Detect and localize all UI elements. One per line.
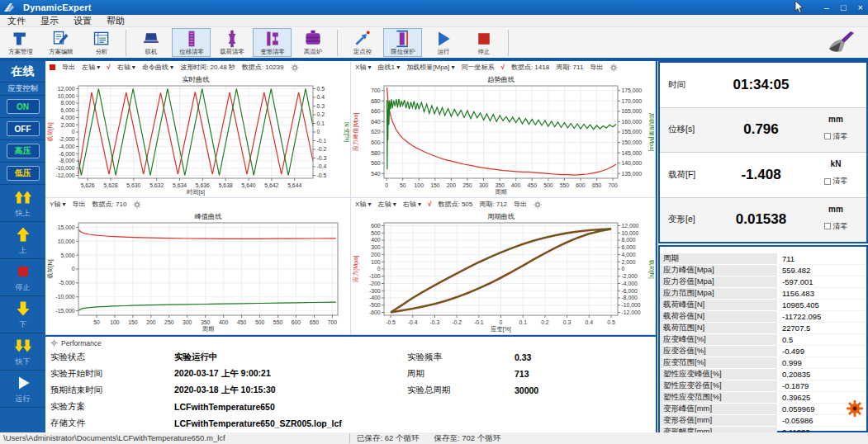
chart-header-item[interactable]: 周期: 711 <box>556 63 583 72</box>
chart-header-item[interactable]: 导出 <box>514 200 527 209</box>
result-label: 应力谷值[Mpa] <box>660 276 777 288</box>
toolbar-button-limit-protect[interactable]: 限位保护 <box>383 28 422 57</box>
chart-header-item[interactable]: 波形时间: 20.48 秒 <box>180 63 235 72</box>
zero-checkbox[interactable]: 清零 <box>812 131 860 142</box>
chart-header-item[interactable]: 数据点: 10239 <box>242 63 284 72</box>
maximize-button[interactable]: □ <box>841 0 847 15</box>
chart-header-item[interactable]: X轴 ▾ <box>355 63 372 72</box>
settings-gear-icon[interactable] <box>846 399 864 418</box>
result-label: 塑性应变峰值[%] <box>660 369 777 380</box>
fast-down-button[interactable]: 快下 <box>0 333 45 371</box>
toolbar-button-label: 运行 <box>437 48 449 54</box>
checked-mark[interactable]: √ <box>107 64 110 71</box>
low-pressure-button[interactable]: 低压 <box>7 166 40 181</box>
performance-row-value: 0.33 <box>515 352 531 362</box>
checkbox-icon[interactable] <box>824 178 831 185</box>
svg-text:175,000: 175,000 <box>622 87 643 93</box>
result-label: 塑性应变谷值[%] <box>660 380 777 392</box>
toolbar-button-connect[interactable]: 联机 <box>131 28 170 57</box>
chart-header-item[interactable]: 曲线1 ▾ <box>378 63 401 72</box>
svg-text:145,000: 145,000 <box>622 150 643 156</box>
performance-row: 实验开始时间2020-03-17 上午 9:00:21 <box>50 366 407 382</box>
result-row: 载荷范围[N]22707.5 <box>660 323 866 334</box>
checkbox-icon[interactable] <box>824 223 831 229</box>
svg-text:12,000: 12,000 <box>622 223 639 229</box>
fast-up-button[interactable]: 快上 <box>0 185 45 222</box>
chart-header-item[interactable]: 导出 <box>62 63 75 72</box>
toolbar-button-plan-edit[interactable]: 方案编辑 <box>41 28 80 57</box>
svg-text:-4,000: -4,000 <box>59 144 74 149</box>
off-button[interactable]: OFF <box>7 121 40 136</box>
menu-item-file[interactable]: 文件 <box>0 15 33 27</box>
checkbox-icon[interactable] <box>824 133 831 139</box>
toolbar-button-analyze[interactable]: 分析 <box>82 28 121 57</box>
chart-header-item[interactable]: 右轴 ▾ <box>403 200 421 209</box>
chart-header-item[interactable]: 数据点: 710 <box>92 200 127 209</box>
checked-mark[interactable]: √ <box>501 64 505 71</box>
toolbar: 方案管理方案编辑分析联机位移清零载荷清零变形清零高温炉定点控限位保护运行停止 <box>0 27 868 58</box>
chart-header-item[interactable]: 加载模量[Mpa] ▾ <box>406 63 454 72</box>
down-button[interactable]: 下 <box>0 296 45 333</box>
performance-row: 预期结束时间2020-03-18 上午 10:15:30 <box>50 382 407 399</box>
svg-text:350: 350 <box>201 319 211 325</box>
toolbar-button-deform-zero[interactable]: 变形清零 <box>253 28 292 57</box>
peak-curve-plot: 5010015020025030035040045050055060065070… <box>45 210 349 333</box>
svg-text:0.4: 0.4 <box>586 319 594 325</box>
result-label: 应变谷值[%] <box>660 346 777 357</box>
trend-curve-panel: X轴 ▾曲线1 ▾加载模量[Mpa] ▾同一坐标系√数据点: 1418周期: 7… <box>351 61 656 198</box>
toolbar-button-stop[interactable]: 停止 <box>464 28 503 57</box>
chart-header-item[interactable]: 左轴 ▾ <box>82 63 100 72</box>
toolbar-button-disp-zero[interactable]: 位移清零 <box>172 28 211 57</box>
checked-mark[interactable]: √ <box>428 201 431 208</box>
zero-checkbox[interactable]: 清零 <box>812 221 860 232</box>
minimize-button[interactable]: – <box>824 0 829 15</box>
chart-header-item[interactable]: X轴 ▾ <box>355 200 372 209</box>
jog-label: 下 <box>19 319 26 330</box>
on-button[interactable]: ON <box>7 99 40 114</box>
high-pressure-button[interactable]: 高压 <box>7 144 40 158</box>
cycle-curve-header: X轴 ▾左轴 ▾右轴 ▾√数据点: 505周期: 712导出 <box>351 198 655 210</box>
svg-text:0.2: 0.2 <box>541 319 549 325</box>
chart-header-item[interactable]: 同一坐标系 <box>462 63 495 72</box>
toolbar-button-load-zero[interactable]: 载荷清零 <box>212 28 251 57</box>
chart-header-item[interactable]: 右轴 ▾ <box>117 63 135 72</box>
toolbar-button-plan-manage[interactable]: 方案管理 <box>1 28 40 57</box>
chart-settings-gear-icon[interactable] <box>534 201 542 209</box>
chart-header-item[interactable]: Y轴 ▾ <box>50 200 66 209</box>
svg-text:-0.1: -0.1 <box>474 319 484 325</box>
close-button[interactable]: × <box>858 0 863 15</box>
results-grip[interactable]: ⋮ <box>660 247 866 253</box>
toolbar-button-furnace[interactable]: 高温炉 <box>293 28 332 57</box>
performance-title: Performance <box>61 339 102 347</box>
chart-settings-gear-icon[interactable] <box>291 64 299 72</box>
chart-header-item[interactable]: 数据点: 1418 <box>511 63 549 72</box>
chart-header-item[interactable]: 左轴 ▾ <box>378 200 396 209</box>
svg-text:650: 650 <box>310 319 320 325</box>
run-button[interactable]: 运行 <box>0 371 45 408</box>
svg-text:100: 100 <box>110 319 120 325</box>
svg-text:0.1: 0.1 <box>519 319 527 325</box>
toolbar-button-run[interactable]: 运行 <box>424 28 462 57</box>
svg-text:135,000: 135,000 <box>622 171 643 177</box>
menu-item-display[interactable]: 显示 <box>33 15 66 27</box>
chart-header-item[interactable]: 导出 <box>590 63 603 72</box>
chart-header-item[interactable]: 导出 <box>73 200 86 209</box>
chart-header-item[interactable]: 命令曲线 ▾ <box>142 63 173 72</box>
up-button[interactable]: 上 <box>0 222 45 259</box>
menu-item-help[interactable]: 帮助 <box>99 15 132 27</box>
stop-button[interactable]: 停止 <box>0 259 45 296</box>
zero-label: 清零 <box>833 131 848 142</box>
chart-settings-gear-icon[interactable] <box>133 201 141 209</box>
result-label: 应变峰值[%] <box>660 334 777 346</box>
chart-header-item[interactable]: 周期: 712 <box>479 200 507 209</box>
deform-zero-icon <box>263 30 282 48</box>
svg-text:0: 0 <box>500 319 503 325</box>
svg-text:8,000: 8,000 <box>622 237 636 243</box>
performance-row-label: 实验频率 <box>407 352 515 363</box>
zero-checkbox[interactable]: 清零 <box>812 176 860 187</box>
status-file-path: \Users\Administrator\Documents\LCFwithTe… <box>0 433 350 443</box>
toolbar-button-point-control[interactable]: 定点控 <box>343 28 382 57</box>
chart-header-item[interactable]: 数据点: 505 <box>438 200 472 209</box>
chart-settings-gear-icon[interactable] <box>609 64 618 72</box>
menu-item-settings[interactable]: 设置 <box>66 15 99 27</box>
